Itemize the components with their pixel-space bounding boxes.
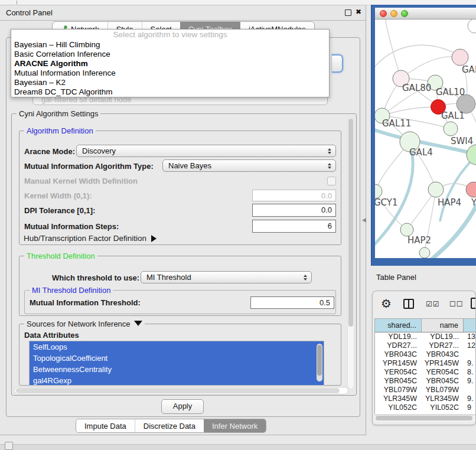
node-label: GAL1 <box>441 110 465 121</box>
tab-impute-data[interactable]: Impute Data <box>76 419 135 432</box>
top-tick <box>17 1 17 4</box>
data-attributes-label: Data Attributes <box>24 331 79 340</box>
control-panel-title: Control Panel <box>6 8 53 17</box>
edge <box>382 107 438 116</box>
list-item[interactable]: BetweennessCentrality <box>30 364 324 375</box>
node <box>468 19 476 33</box>
export-table-icon[interactable] <box>471 298 476 309</box>
table-row[interactable]: YBL079WYBL079W <box>375 386 476 394</box>
edge <box>375 45 460 74</box>
aracne-mode-value: Discovery <box>77 146 325 155</box>
node-label: GAL <box>462 64 476 75</box>
node-hap4 <box>428 182 444 197</box>
which-threshold-value: MI Threshold <box>141 273 301 282</box>
manual-kernel-width-label: Manual Kernel Width Definition <box>24 177 138 185</box>
cyni-algorithm-settings-title: Cyni Algorithm Settings <box>17 109 100 118</box>
bottom-tabbar: Impute Data Discretize Data Infer Networ… <box>76 419 266 433</box>
control-panel-titlebar: Control Panel ✖ <box>0 5 366 21</box>
edge <box>401 57 460 79</box>
node-label: GAL4 <box>409 147 433 158</box>
mi-algorithm-type-label: Mutual Information Algorithm Type: <box>24 162 154 171</box>
mi-threshold-group-title: MI Threshold Definition <box>30 286 113 295</box>
node-label: GAL11 <box>382 118 411 129</box>
network-view-frame: GAL GAL80 GAL10 GAL1 GAL11 SWI4 GAL4 GCY… <box>371 5 476 266</box>
float-window-icon[interactable] <box>345 9 351 16</box>
network-window: GAL GAL80 GAL10 GAL1 GAL11 SWI4 GAL4 GCY… <box>375 8 476 258</box>
mi-threshold-group: MI Threshold Definition Mutual Informati… <box>24 290 336 314</box>
tab-infer-network[interactable]: Infer Network <box>204 419 266 432</box>
which-threshold-label: Which threshold to use: <box>52 273 139 282</box>
attribute-list-scrollbar[interactable] <box>317 344 322 381</box>
settings-horizontal-scrollbar[interactable] <box>14 387 348 394</box>
network-canvas[interactable]: GAL GAL80 GAL10 GAL1 GAL11 SWI4 GAL4 GCY… <box>375 19 476 258</box>
dpi-tolerance-label: DPI Tolerance [0,1]: <box>24 206 95 215</box>
mi-steps-label: Mutual Information Steps: <box>24 222 119 231</box>
table-row[interactable]: YIL052CYIL052C9 <box>375 403 476 412</box>
apply-button[interactable]: Apply <box>161 399 204 414</box>
split-columns-icon[interactable] <box>403 299 414 309</box>
hub-definition-expander[interactable]: Hub/Transcription Factor Definition <box>24 234 157 243</box>
list-item[interactable]: SelfLoops <box>30 341 324 353</box>
algorithm-dropdown-list: Select algorithm to view settings Bayesi… <box>11 29 330 97</box>
node <box>419 247 430 258</box>
which-threshold-combo[interactable]: MI Threshold <box>141 271 312 283</box>
column-header-partial[interactable] <box>464 319 476 332</box>
network-window-titlebar <box>375 8 476 19</box>
dropdown-item[interactable]: Mutual Information Inference <box>11 69 329 78</box>
node-salmon <box>466 182 476 197</box>
table-row[interactable]: YER054CYER054C8. <box>375 368 476 377</box>
column-header-name[interactable]: name <box>422 319 464 332</box>
algorithm-definition-title: Algorithm Definition <box>24 126 96 135</box>
stepper-icon <box>325 163 334 169</box>
settings-vertical-scrollbar[interactable] <box>347 118 354 389</box>
table-row[interactable]: YPR145WYPR145W9. <box>375 359 476 368</box>
node-label: HAP4 <box>438 197 461 208</box>
dropdown-item[interactable]: Dream8 DC_TDC Algorithm <box>11 87 329 97</box>
inference-algorithm-combo-partial[interactable] <box>332 54 343 73</box>
list-item[interactable]: TopologicalCoefficient <box>30 353 324 364</box>
dropdown-item[interactable]: Bayesian – K2 <box>11 78 329 87</box>
zoom-traffic-icon[interactable] <box>401 10 408 17</box>
table-header-row: shared... name <box>375 319 476 332</box>
threshold-definition-group: Threshold Definition Which threshold to … <box>19 256 341 316</box>
tab-discretize-data[interactable]: Discretize Data <box>135 419 204 432</box>
node-table: shared... name YDL19...YDL19...13 YDR27.… <box>374 318 476 414</box>
kernel-width-input[interactable]: 0.0 <box>252 190 336 201</box>
dropdown-item-selected[interactable]: ARACNE Algorithm <box>11 59 329 69</box>
node-gal1-green <box>444 122 458 136</box>
panel-resize-grip[interactable] <box>362 218 366 223</box>
manual-kernel-width-checkbox[interactable] <box>327 177 336 185</box>
table-row[interactable]: YLR345WYLR345W9. <box>375 394 476 403</box>
table-row[interactable]: YBR045CYBR045C9. <box>375 377 476 386</box>
list-item[interactable]: gal4RGexp <box>30 375 324 386</box>
mi-threshold-input[interactable]: 0.5 <box>250 296 334 309</box>
table-row[interactable]: YDR27...YDR27...12 <box>375 341 476 350</box>
close-icon[interactable]: ✖ <box>356 8 361 16</box>
aracne-mode-label: Aracne Mode: <box>24 147 75 156</box>
table-panel-title: Table Panel <box>376 273 416 282</box>
hide-columns-icon[interactable]: ☐☐ <box>449 300 464 308</box>
table-horizontal-scrollbar[interactable] <box>374 415 476 422</box>
threshold-definition-title: Threshold Definition <box>24 252 97 260</box>
mi-algorithm-type-combo[interactable]: Naive Bayes <box>162 159 336 172</box>
table-row[interactable]: YBR043CYBR043C <box>375 350 476 359</box>
close-traffic-icon[interactable] <box>380 10 387 17</box>
corner-square-icon[interactable] <box>5 442 13 450</box>
minimize-traffic-icon[interactable] <box>390 10 397 17</box>
dropdown-item[interactable]: Basic Correlation Inference <box>11 50 329 59</box>
aracne-mode-combo[interactable]: Discovery <box>76 145 336 157</box>
dpi-tolerance-input[interactable]: 0.0 <box>252 204 336 217</box>
gear-icon[interactable]: ⚙ <box>381 296 392 311</box>
sources-title[interactable]: Sources for Network Inference <box>24 319 145 328</box>
column-header-shared-name[interactable]: shared... <box>375 319 422 332</box>
mi-algorithm-type-value: Naive Bayes <box>163 161 325 170</box>
cyni-algorithm-settings-group: Cyni Algorithm Settings Algorithm Defini… <box>11 113 357 396</box>
show-columns-icon[interactable]: ☑☑ <box>426 300 440 308</box>
kernel-width-label: Kernel Width (0,1): <box>24 191 92 200</box>
table-row[interactable]: YDL19...YDL19...13 <box>375 332 476 341</box>
mi-steps-input[interactable]: 6 <box>252 220 336 233</box>
dropdown-item[interactable]: Bayesian – Hill Climbing <box>11 40 329 50</box>
sources-group: Sources for Network Inference Data Attri… <box>19 324 341 386</box>
table-panel-window: ⚙ ☑☑ ☐☐ shared... name YDL19...YDL19...1… <box>372 291 476 425</box>
node-gal-top <box>452 49 468 66</box>
